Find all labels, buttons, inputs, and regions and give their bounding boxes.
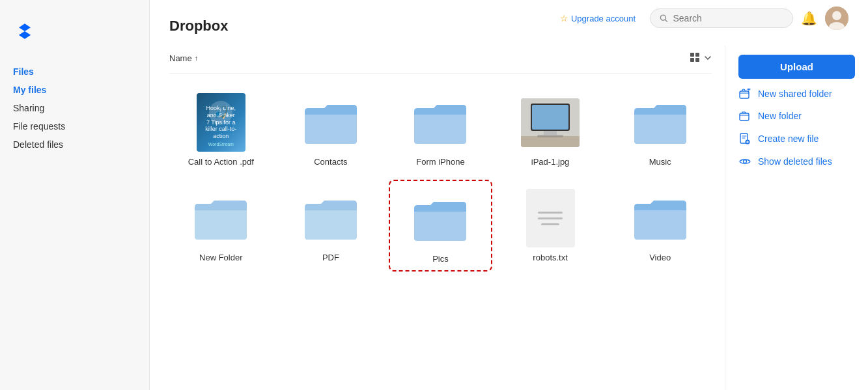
- folder-icon-video: [631, 194, 690, 243]
- file-name-video: Video: [649, 253, 671, 262]
- upgrade-link[interactable]: ☆ Upgrade account: [560, 13, 636, 23]
- new-folder-action[interactable]: New folder: [738, 109, 855, 123]
- sidebar-nav: Files My files Sharing File requests Del…: [0, 63, 149, 154]
- folder-icon-contacts: [301, 98, 360, 147]
- file-name-new-folder: New Folder: [199, 253, 242, 262]
- file-name-robots: robots.txt: [533, 253, 567, 262]
- svg-rect-7: [690, 58, 694, 62]
- star-icon: ☆: [560, 13, 568, 23]
- content: Name ↑: [150, 46, 868, 390]
- folder-icon-new-folder: [191, 194, 250, 243]
- new-shared-folder-action[interactable]: New shared folder: [738, 87, 855, 101]
- file-item-call-to-action[interactable]: 🎣 Hook, Line, and Sinker7 Tips for a kil…: [169, 84, 273, 173]
- view-toggle[interactable]: [690, 52, 712, 64]
- sidebar-item-deleted-files[interactable]: Deleted files: [7, 135, 143, 154]
- sidebar-logo-area: [0, 13, 149, 63]
- shared-folder-icon: [738, 89, 751, 99]
- folder-icon-music: [631, 98, 690, 147]
- new-shared-folder-label: New shared folder: [758, 89, 832, 99]
- file-thumb-pdf: 🎣 Hook, Line, and Sinker7 Tips for a kil…: [188, 93, 253, 152]
- file-name-ipad: iPad-1.jpg: [531, 157, 570, 167]
- file-item-music[interactable]: Music: [608, 84, 712, 173]
- search-input[interactable]: [673, 13, 783, 23]
- txt-thumb-robots: [526, 189, 575, 247]
- svg-point-19: [744, 160, 747, 163]
- folder-icon-pics: [411, 195, 469, 244]
- create-file-icon: [738, 133, 751, 145]
- file-item-new-folder[interactable]: New Folder: [169, 180, 273, 272]
- folder-icon-pdf: [301, 194, 360, 243]
- file-name-music: Music: [649, 157, 671, 167]
- avatar[interactable]: [825, 7, 848, 30]
- svg-rect-11: [532, 105, 568, 130]
- file-item-video[interactable]: Video: [608, 180, 712, 272]
- create-new-file-action[interactable]: Create new file: [738, 131, 855, 146]
- upload-button[interactable]: Upload: [738, 55, 855, 79]
- show-deleted-files-label: Show deleted files: [758, 156, 832, 167]
- file-name-form-iphone: Form iPhone: [416, 157, 464, 167]
- main-area: Dropbox ☆ Upgrade account 🔔: [150, 0, 868, 390]
- dropbox-logo-icon: [13, 20, 36, 43]
- svg-point-3: [832, 11, 841, 20]
- page-title: Dropbox: [169, 18, 228, 35]
- sidebar-item-sharing[interactable]: Sharing: [7, 99, 143, 117]
- svg-rect-6: [695, 53, 699, 57]
- svg-rect-14: [521, 136, 580, 147]
- file-name-call-to-action: Call to Action .pdf: [188, 157, 254, 167]
- create-new-file-label: Create new file: [758, 133, 819, 144]
- file-item-pdf-folder[interactable]: PDF: [279, 180, 383, 272]
- svg-line-1: [665, 20, 667, 21]
- sidebar: Files My files Sharing File requests Del…: [0, 0, 150, 390]
- file-area: Name ↑: [150, 46, 725, 390]
- file-item-contacts[interactable]: Contacts: [279, 84, 383, 173]
- ipad-image-svg: [521, 98, 580, 147]
- show-deleted-files-action[interactable]: Show deleted files: [738, 154, 855, 169]
- grid-view-icon: [690, 52, 701, 64]
- svg-rect-12: [544, 131, 557, 135]
- ipad-image-thumb: [521, 98, 580, 147]
- folder-icon-form-iphone: [411, 98, 469, 147]
- new-folder-label: New folder: [758, 111, 802, 121]
- sidebar-item-file-requests[interactable]: File requests: [7, 117, 143, 135]
- svg-rect-15: [740, 91, 749, 98]
- file-toolbar: Name ↑: [169, 46, 712, 74]
- sidebar-item-my-files[interactable]: My files: [7, 81, 143, 99]
- file-name-pics: Pics: [432, 254, 449, 264]
- sort-by-name[interactable]: Name ↑: [169, 53, 198, 63]
- topbar: Dropbox ☆ Upgrade account 🔔: [150, 0, 868, 46]
- avatar-icon: [825, 7, 848, 30]
- sidebar-item-files[interactable]: Files: [7, 63, 143, 81]
- files-grid: 🎣 Hook, Line, and Sinker7 Tips for a kil…: [169, 84, 712, 272]
- file-name-contacts: Contacts: [314, 157, 347, 167]
- svg-rect-8: [695, 58, 699, 62]
- eye-icon: [738, 157, 751, 166]
- svg-rect-16: [740, 113, 749, 120]
- bell-icon[interactable]: 🔔: [801, 10, 817, 26]
- search-icon: [660, 14, 667, 23]
- file-item-form-iphone[interactable]: Form iPhone: [389, 84, 492, 173]
- new-folder-icon: [738, 111, 751, 121]
- svg-rect-5: [690, 53, 694, 57]
- search-box[interactable]: [650, 8, 793, 28]
- file-name-pdf-folder: PDF: [322, 253, 339, 262]
- topbar-right: ☆ Upgrade account 🔔: [560, 7, 848, 30]
- file-item-ipad[interactable]: iPad-1.jpg: [499, 84, 602, 173]
- file-item-robots[interactable]: robots.txt: [499, 180, 602, 272]
- sort-arrow-icon: ↑: [195, 54, 199, 62]
- right-panel: Upload New shared folder: [725, 46, 868, 390]
- chevron-down-icon: [704, 54, 712, 62]
- file-item-pics[interactable]: Pics: [389, 180, 492, 272]
